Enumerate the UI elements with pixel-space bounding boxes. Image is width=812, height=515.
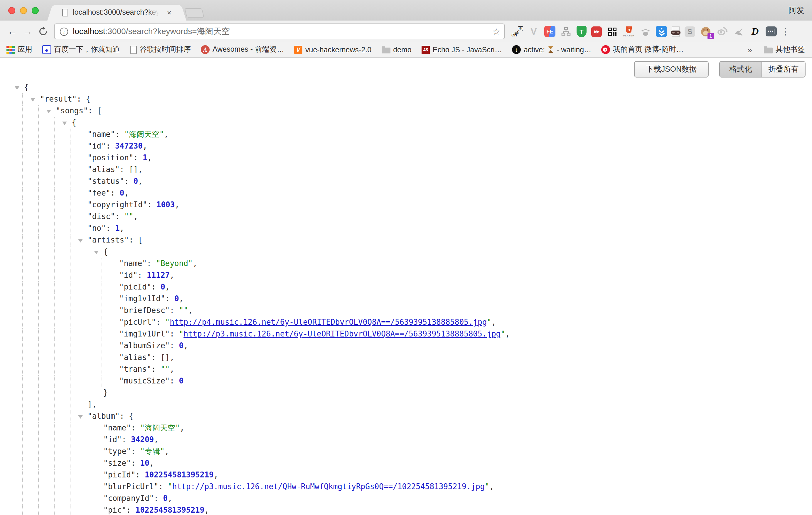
page-content: 下载JSON数据 格式化 折叠所有 {"result": {"songs": [… xyxy=(0,58,812,514)
tab-close-icon[interactable]: × xyxy=(165,8,174,17)
json-line: "result": { xyxy=(0,93,812,105)
json-url-link[interactable]: http://p3.music.126.net/6y-UleORITEDbvrO… xyxy=(183,330,500,338)
json-key: "result" xyxy=(40,94,77,103)
json-line-content: "pic": 102254581395219, xyxy=(0,505,209,515)
bird-icon[interactable] xyxy=(733,26,745,37)
bookmark-label: vue-hackernews-2.0 xyxy=(305,46,371,54)
format-button[interactable]: 格式化 xyxy=(720,62,761,77)
page-info-icon[interactable]: i xyxy=(60,27,68,35)
translate-icon[interactable]: 英⇄en xyxy=(512,26,523,37)
url-path: :3000/search?keywords=海阔天空 xyxy=(106,26,230,35)
json-line-content: "fee": 0, xyxy=(0,187,129,199)
qr-code-icon[interactable] xyxy=(607,26,618,37)
json-line-content: "alias": [], xyxy=(0,352,174,364)
json-line: "img1v1Id": 0, xyxy=(0,293,812,305)
back-icon[interactable]: ← xyxy=(5,26,20,37)
zoom-window-button[interactable] xyxy=(32,7,39,14)
minimize-window-button[interactable] xyxy=(20,7,27,14)
json-punctuation: { xyxy=(24,83,29,92)
json-string-value: "海阔天空" xyxy=(140,423,180,432)
json-key: "pic" xyxy=(103,506,126,514)
close-window-button[interactable] xyxy=(8,7,15,14)
new-tab-button[interactable] xyxy=(184,8,204,18)
bookmark-item[interactable]: 百度一下，你就知道 xyxy=(42,45,120,55)
blue-chevrons-icon[interactable] xyxy=(656,26,667,37)
bookmark-item[interactable]: ↓active:- waiting… xyxy=(512,45,591,54)
forward-icon[interactable]: → xyxy=(20,26,35,37)
json-number-value: 0 xyxy=(163,494,168,503)
html5-player-icon[interactable]: 5PLAYER xyxy=(623,26,635,37)
json-key: "copyrightId" xyxy=(87,200,147,209)
weibo-red-icon xyxy=(601,45,610,54)
json-key: "status" xyxy=(87,177,124,185)
json-punctuation: [] xyxy=(161,353,170,362)
json-url-link[interactable]: http://p3.music.126.net/QHw-RuMwfQkmgtiy… xyxy=(172,482,485,491)
json-line: "alias": [], xyxy=(0,164,812,176)
json-line: "songs": [ xyxy=(0,105,812,117)
bookmark-label: Awesomes - 前端资… xyxy=(212,45,284,55)
chrome-menu-icon[interactable]: ⋮ xyxy=(781,26,789,37)
json-line-content: "name": "海阔天空", xyxy=(0,422,184,434)
bookmark-item[interactable]: 应用 xyxy=(6,45,32,55)
vue-icon[interactable]: V xyxy=(528,26,540,37)
other-bookmarks-button[interactable]: 其他书签 xyxy=(764,45,805,55)
json-number-value: 0 xyxy=(179,341,184,350)
down-circle-icon: ↓ xyxy=(512,45,521,54)
page-favicon-icon xyxy=(62,9,68,17)
json-line-content: "album": { xyxy=(0,410,134,422)
download-json-button[interactable]: 下载JSON数据 xyxy=(634,61,709,78)
json-url-link[interactable]: http://p4.music.126.net/6y-UleORITEDbvrO… xyxy=(170,318,487,326)
json-line: "type": "专辑", xyxy=(0,446,812,457)
view-mode-segmented-control: 格式化 折叠所有 xyxy=(719,61,806,78)
json-key: "picId" xyxy=(103,470,136,479)
bookmark-label-suffix: - waiting… xyxy=(557,46,591,54)
json-line: "name": "海阔天空", xyxy=(0,422,812,434)
bookmark-item[interactable]: demo xyxy=(381,46,412,54)
shield-t-icon[interactable]: T xyxy=(577,26,586,37)
letter-s-icon[interactable]: S xyxy=(685,26,695,37)
letter-d-icon[interactable]: D xyxy=(749,26,761,37)
fast-forward-icon[interactable]: ▶▶ xyxy=(591,26,602,37)
bookmark-star-icon[interactable]: ☆ xyxy=(492,26,500,37)
json-key: "fee" xyxy=(87,189,110,197)
json-line-content: "type": "专辑", xyxy=(0,446,169,457)
json-line-content: "position": 1, xyxy=(0,152,152,164)
apps-grid-icon xyxy=(6,46,9,48)
bookmarks-overflow-chevron[interactable]: » xyxy=(747,45,752,54)
mask-page-icon[interactable] xyxy=(672,26,680,37)
json-line-content: "copyrightId": 1003, xyxy=(0,199,179,211)
bookmark-item[interactable]: 我的首页 微博-随时… xyxy=(601,45,684,55)
fe-icon[interactable]: FE xyxy=(544,26,555,37)
json-key: "img1v1Id" xyxy=(119,294,165,303)
profile-name[interactable]: 阿发 xyxy=(788,5,804,16)
echojs-icon: JS xyxy=(422,46,430,54)
bookmark-item[interactable]: 谷歌按时间排序 xyxy=(130,45,191,55)
bookmark-item[interactable]: Vvue-hackernews-2.0 xyxy=(294,46,371,54)
collapse-all-button[interactable]: 折叠所有 xyxy=(761,62,805,77)
extension-badge: 1 xyxy=(707,33,714,39)
json-line: { xyxy=(0,246,812,258)
paw-icon[interactable] xyxy=(639,26,651,37)
address-bar[interactable]: i localhost:3000/search?keywords=海阔天空 ☆ xyxy=(54,24,505,39)
browser-tab[interactable]: localhost:3000/search?keywords=海阔天空 × xyxy=(56,5,177,21)
json-punctuation: } xyxy=(103,388,108,397)
bookmark-item[interactable]: AAwesomes - 前端资… xyxy=(201,45,284,55)
json-key: "musicSize" xyxy=(119,376,170,385)
json-key: "albumSize" xyxy=(119,341,170,350)
json-line: "alias": [], xyxy=(0,352,812,364)
folder-icon xyxy=(381,47,390,53)
json-line: "position": 1, xyxy=(0,152,812,164)
json-line-content: "alias": [], xyxy=(0,164,143,176)
json-line-content: "id": 347230, xyxy=(0,140,147,152)
json-line: "picId": 0, xyxy=(0,281,812,293)
reload-icon[interactable] xyxy=(35,27,51,36)
dots-box-icon[interactable]: ••• xyxy=(765,26,777,36)
json-string-value: "" xyxy=(161,365,170,373)
org-chart-icon[interactable] xyxy=(560,26,572,37)
monkey-icon[interactable]: 1 xyxy=(700,26,712,37)
json-line-content: "briefDesc": "", xyxy=(0,305,193,316)
json-line-content: "id": 11127, xyxy=(0,269,174,281)
weibo-gray-icon[interactable] xyxy=(716,26,728,37)
bookmark-item[interactable]: JSEcho JS - JavaScri… xyxy=(422,46,502,54)
json-line: "album": { xyxy=(0,410,812,422)
